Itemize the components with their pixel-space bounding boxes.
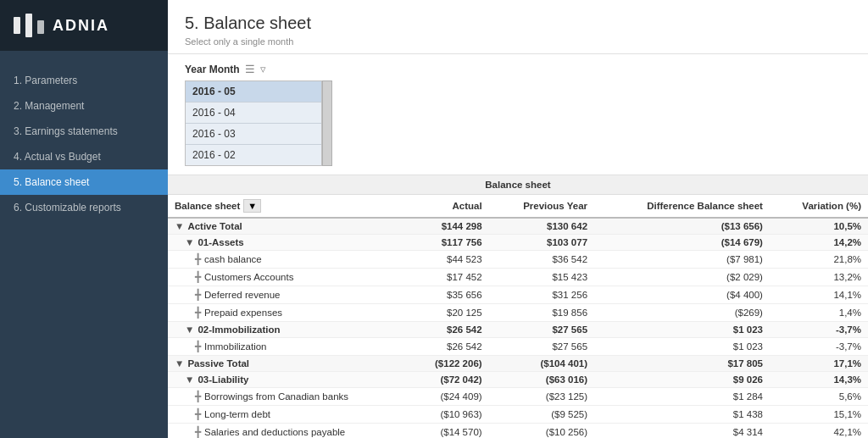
- table-row: ╋Borrowings from Canadian banks ($24 409…: [168, 388, 868, 406]
- table-row: ▼Active Total $144 298 $130 642 ($13 656…: [168, 218, 868, 235]
- table-row: ╋Customers Accounts $17 452 $15 423 ($2 …: [168, 269, 868, 286]
- svg-rect-0: [14, 17, 20, 34]
- row-name: ╋Borrowings from Canadian banks: [168, 388, 407, 406]
- row-actual: ($10 963): [407, 406, 489, 424]
- col-header-diff: Difference Balance sheet: [594, 195, 770, 219]
- table-row: ▼Passive Total ($122 206) ($104 401) $17…: [168, 356, 868, 372]
- filter-item-1[interactable]: 2016 - 04: [186, 103, 321, 124]
- balance-sheet-table: Balance sheet Balance sheet ▼ Actual Pre…: [168, 175, 868, 438]
- row-var: 15,1%: [770, 406, 868, 424]
- filter-label-row: Year Month ☰ ▿: [185, 63, 851, 75]
- table-row: ╋cash balance $44 523 $36 542 ($7 981) 2…: [168, 251, 868, 269]
- sidebar-nav: 1. Parameters 2. Management 3. Earnings …: [0, 51, 168, 438]
- row-prev: ($9 525): [489, 406, 594, 424]
- row-var: 17,1%: [770, 356, 868, 372]
- table-row: ▼01-Assets $117 756 $103 077 ($14 679) 1…: [168, 235, 868, 251]
- row-prev: ($63 016): [489, 372, 594, 388]
- filter-item-0[interactable]: 2016 - 05: [186, 81, 321, 103]
- filter-list[interactable]: 2016 - 05 2016 - 04 2016 - 03 2016 - 02: [185, 80, 322, 166]
- col-dropdown-btn[interactable]: ▼: [243, 199, 261, 213]
- row-actual: $26 542: [407, 322, 489, 338]
- table-area: Balance sheet Balance sheet ▼ Actual Pre…: [168, 175, 868, 438]
- row-diff: ($7 981): [594, 251, 770, 269]
- table-row: ╋Long-term debt ($10 963) ($9 525) $1 43…: [168, 406, 868, 424]
- filter-funnel-icon[interactable]: ▿: [260, 63, 266, 75]
- row-diff: $1 284: [594, 388, 770, 406]
- row-diff: $17 805: [594, 356, 770, 372]
- filter-item-3[interactable]: 2016 - 02: [186, 145, 321, 165]
- sidebar-item-earnings[interactable]: 3. Earnings statements: [0, 119, 168, 144]
- page-header: 5. Balance sheet Select only a single mo…: [168, 0, 868, 54]
- row-diff: $9 026: [594, 372, 770, 388]
- filter-label: Year Month: [185, 64, 240, 75]
- row-actual: $117 756: [407, 235, 489, 251]
- filter-scrollbar[interactable]: [322, 80, 332, 166]
- col-header-prev: Previous Year: [489, 195, 594, 219]
- table-header-row: Balance sheet ▼ Actual Previous Year Dif…: [168, 195, 868, 219]
- row-name: ▼01-Assets: [168, 235, 407, 251]
- svg-rect-1: [25, 14, 32, 37]
- row-name: ╋Salaries and deductions payable: [168, 424, 407, 439]
- row-name: ▼Passive Total: [168, 356, 407, 372]
- row-prev: ($10 256): [489, 424, 594, 439]
- sidebar: ADNIA 1. Parameters 2. Management 3. Ear…: [0, 0, 168, 438]
- sidebar-item-custom[interactable]: 6. Customizable reports: [0, 195, 168, 220]
- sidebar-item-balance[interactable]: 5. Balance sheet: [0, 169, 168, 195]
- sidebar-item-actual-budget[interactable]: 4. Actual vs Budget: [0, 144, 168, 169]
- col-header-actual: Actual: [407, 195, 489, 219]
- row-prev: ($23 125): [489, 388, 594, 406]
- row-var: -3,7%: [770, 322, 868, 338]
- row-var: 14,1%: [770, 286, 868, 304]
- table-row: ╋Immobilization $26 542 $27 565 $1 023 -…: [168, 338, 868, 356]
- row-diff: ($269): [594, 304, 770, 322]
- row-actual: $35 656: [407, 286, 489, 304]
- row-actual: $144 298: [407, 218, 489, 235]
- row-actual: ($24 409): [407, 388, 489, 406]
- row-var: 5,6%: [770, 388, 868, 406]
- row-var: 13,2%: [770, 269, 868, 286]
- row-var: 42,1%: [770, 424, 868, 439]
- row-name: ╋Deferred revenue: [168, 286, 407, 304]
- row-var: 1,4%: [770, 304, 868, 322]
- row-actual: ($14 570): [407, 424, 489, 439]
- row-actual: $44 523: [407, 251, 489, 269]
- row-diff: $1 023: [594, 322, 770, 338]
- table-row: ╋Prepaid expenses $20 125 $19 856 ($269)…: [168, 304, 868, 322]
- row-diff: $4 314: [594, 424, 770, 439]
- row-name: ╋Customers Accounts: [168, 269, 407, 286]
- sidebar-item-parameters[interactable]: 1. Parameters: [0, 68, 168, 93]
- row-name: ╋Immobilization: [168, 338, 407, 356]
- logo-icon: [14, 14, 44, 37]
- table-row: ╋Salaries and deductions payable ($14 57…: [168, 424, 868, 439]
- row-actual: $17 452: [407, 269, 489, 286]
- row-actual: ($72 042): [407, 372, 489, 388]
- row-actual: $20 125: [407, 304, 489, 322]
- table-group-header: Balance sheet: [168, 175, 868, 195]
- row-var: 14,2%: [770, 235, 868, 251]
- col-header-var: Variation (%): [770, 195, 868, 219]
- table-row: ▼03-Liability ($72 042) ($63 016) $9 026…: [168, 372, 868, 388]
- page-title: 5. Balance sheet: [185, 14, 851, 33]
- row-prev: $27 565: [489, 322, 594, 338]
- row-var: -3,7%: [770, 338, 868, 356]
- row-name: ▼02-Immobilization: [168, 322, 407, 338]
- row-name: ▼03-Liability: [168, 372, 407, 388]
- row-var: 10,5%: [770, 218, 868, 235]
- row-prev: $103 077: [489, 235, 594, 251]
- filter-sort-icon[interactable]: ☰: [245, 63, 255, 75]
- filter-item-2[interactable]: 2016 - 03: [186, 124, 321, 145]
- filter-scroll-container: 2016 - 05 2016 - 04 2016 - 03 2016 - 02: [185, 80, 851, 166]
- row-var: 14,3%: [770, 372, 868, 388]
- sidebar-item-management[interactable]: 2. Management: [0, 93, 168, 119]
- row-diff: $1 438: [594, 406, 770, 424]
- col-header-name: Balance sheet ▼: [168, 195, 388, 219]
- row-prev: $19 856: [489, 304, 594, 322]
- row-actual: ($122 206): [407, 356, 489, 372]
- row-diff: $1 023: [594, 338, 770, 356]
- filter-area: Year Month ☰ ▿ 2016 - 05 2016 - 04 2016 …: [168, 54, 868, 175]
- row-name: ▼Active Total: [168, 218, 407, 235]
- page-subtitle: Select only a single month: [185, 36, 851, 47]
- row-prev: $130 642: [489, 218, 594, 235]
- row-diff: ($14 679): [594, 235, 770, 251]
- row-diff: ($13 656): [594, 218, 770, 235]
